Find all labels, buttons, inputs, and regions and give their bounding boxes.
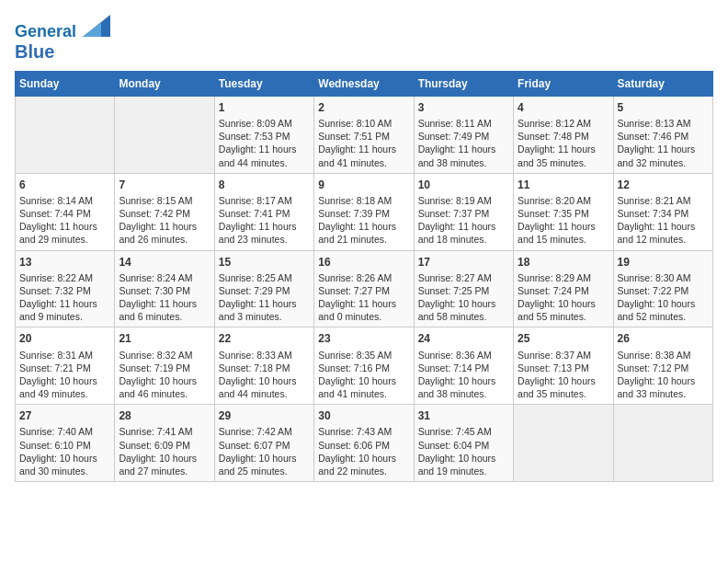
day-info: Daylight: 11 hours and 6 minutes.: [119, 297, 210, 323]
week-row: 20Sunrise: 8:31 AMSunset: 7:21 PMDayligh…: [16, 327, 713, 405]
day-info: Sunset: 7:34 PM: [618, 207, 709, 220]
calendar-cell: 10Sunrise: 8:19 AMSunset: 7:37 PMDayligh…: [414, 173, 513, 250]
day-info: Daylight: 11 hours and 23 minutes.: [219, 220, 310, 246]
calendar-cell: 14Sunrise: 8:24 AMSunset: 7:30 PMDayligh…: [115, 250, 214, 327]
calendar-cell: 17Sunrise: 8:27 AMSunset: 7:25 PMDayligh…: [414, 250, 513, 327]
calendar-cell: 16Sunrise: 8:26 AMSunset: 7:27 PMDayligh…: [314, 250, 414, 327]
day-number: 4: [518, 100, 609, 115]
day-info: Sunset: 7:13 PM: [518, 362, 609, 374]
calendar-cell: 24Sunrise: 8:36 AMSunset: 7:14 PMDayligh…: [414, 327, 513, 405]
calendar-cell: 23Sunrise: 8:35 AMSunset: 7:16 PMDayligh…: [314, 327, 414, 405]
calendar-cell: 1Sunrise: 8:09 AMSunset: 7:53 PMDaylight…: [214, 96, 313, 173]
calendar-cell: 20Sunrise: 8:31 AMSunset: 7:21 PMDayligh…: [16, 327, 115, 405]
day-info: Sunrise: 8:20 AM: [518, 194, 609, 207]
day-number: 31: [418, 408, 509, 423]
day-info: Daylight: 10 hours and 35 minutes.: [518, 374, 609, 400]
calendar-cell: [115, 96, 214, 173]
day-info: Sunset: 7:30 PM: [119, 284, 210, 297]
day-info: Daylight: 10 hours and 25 minutes.: [219, 452, 310, 477]
day-info: Daylight: 11 hours and 32 minutes.: [618, 143, 709, 168]
calendar-cell: 2Sunrise: 8:10 AMSunset: 7:51 PMDaylight…: [314, 96, 414, 173]
day-info: Sunrise: 8:14 AM: [19, 194, 110, 207]
day-info: Sunrise: 8:25 AM: [219, 271, 310, 284]
calendar-cell: 7Sunrise: 8:15 AMSunset: 7:42 PMDaylight…: [115, 173, 214, 250]
day-info: Daylight: 11 hours and 35 minutes.: [518, 143, 609, 168]
day-number: 16: [318, 255, 409, 270]
day-number: 26: [618, 331, 709, 346]
week-row: 1Sunrise: 8:09 AMSunset: 7:53 PMDaylight…: [16, 96, 713, 173]
day-number: 29: [219, 408, 310, 423]
calendar-cell: 18Sunrise: 8:29 AMSunset: 7:24 PMDayligh…: [514, 250, 613, 327]
day-info: Daylight: 11 hours and 26 minutes.: [119, 220, 210, 246]
day-info: Sunrise: 8:30 AM: [618, 271, 709, 284]
day-number: 28: [119, 408, 210, 423]
day-info: Sunrise: 8:21 AM: [618, 194, 709, 207]
week-row: 13Sunrise: 8:22 AMSunset: 7:32 PMDayligh…: [16, 250, 713, 327]
calendar-cell: 9Sunrise: 8:18 AMSunset: 7:39 PMDaylight…: [314, 173, 414, 250]
day-info: Sunset: 7:19 PM: [119, 362, 210, 374]
calendar-cell: 19Sunrise: 8:30 AMSunset: 7:22 PMDayligh…: [613, 250, 712, 327]
day-info: Daylight: 10 hours and 19 minutes.: [418, 452, 509, 477]
day-info: Sunset: 7:49 PM: [418, 130, 509, 143]
day-info: Sunset: 7:16 PM: [318, 362, 409, 374]
day-info: Sunset: 6:10 PM: [19, 439, 110, 452]
day-number: 11: [518, 178, 609, 192]
day-info: Sunrise: 8:33 AM: [219, 349, 310, 362]
day-info: Daylight: 10 hours and 55 minutes.: [518, 297, 609, 323]
logo: General Blue: [15, 15, 110, 62]
calendar-cell: [613, 405, 712, 482]
day-info: Sunset: 7:37 PM: [418, 207, 509, 220]
day-info: Sunrise: 8:38 AM: [618, 349, 709, 362]
day-header-wednesday: Wednesday: [314, 71, 414, 96]
day-info: Sunset: 7:12 PM: [618, 362, 709, 374]
day-number: 2: [318, 100, 409, 115]
day-header-thursday: Thursday: [414, 71, 513, 96]
day-info: Sunrise: 8:35 AM: [318, 349, 409, 362]
calendar-cell: [16, 96, 115, 173]
day-number: 1: [219, 100, 310, 115]
calendar-cell: 3Sunrise: 8:11 AMSunset: 7:49 PMDaylight…: [414, 96, 513, 173]
day-info: Daylight: 11 hours and 38 minutes.: [418, 143, 509, 168]
day-info: Sunset: 7:22 PM: [618, 284, 709, 297]
day-info: Sunrise: 7:42 AM: [219, 425, 310, 438]
day-info: Sunset: 7:48 PM: [518, 130, 609, 143]
day-info: Daylight: 10 hours and 41 minutes.: [318, 374, 409, 400]
calendar-cell: [514, 405, 613, 482]
day-info: Sunrise: 8:17 AM: [219, 194, 310, 207]
day-number: 9: [318, 178, 409, 192]
svg-marker-1: [83, 22, 101, 37]
day-info: Daylight: 11 hours and 15 minutes.: [518, 220, 609, 246]
day-info: Sunset: 7:27 PM: [318, 284, 409, 297]
day-number: 21: [119, 331, 210, 346]
day-info: Sunrise: 8:36 AM: [418, 349, 509, 362]
day-info: Sunset: 7:41 PM: [219, 207, 310, 220]
day-info: Daylight: 11 hours and 0 minutes.: [318, 297, 409, 323]
calendar-cell: 13Sunrise: 8:22 AMSunset: 7:32 PMDayligh…: [16, 250, 115, 327]
day-info: Sunrise: 7:45 AM: [418, 425, 509, 438]
day-info: Daylight: 10 hours and 44 minutes.: [219, 374, 310, 400]
day-number: 20: [19, 331, 110, 346]
day-number: 10: [418, 178, 509, 192]
day-info: Sunrise: 8:15 AM: [119, 194, 210, 207]
day-info: Sunset: 7:44 PM: [19, 207, 110, 220]
day-info: Sunset: 7:42 PM: [119, 207, 210, 220]
calendar-cell: 26Sunrise: 8:38 AMSunset: 7:12 PMDayligh…: [613, 327, 712, 405]
day-info: Sunrise: 8:11 AM: [418, 117, 509, 130]
calendar-cell: 31Sunrise: 7:45 AMSunset: 6:04 PMDayligh…: [414, 405, 513, 482]
day-number: 15: [219, 255, 310, 270]
day-info: Daylight: 10 hours and 30 minutes.: [19, 452, 110, 477]
logo-general: General: [15, 22, 76, 40]
day-info: Sunset: 6:04 PM: [418, 439, 509, 452]
day-info: Daylight: 11 hours and 41 minutes.: [318, 143, 409, 168]
day-info: Sunrise: 8:13 AM: [618, 117, 709, 130]
day-info: Daylight: 10 hours and 58 minutes.: [418, 297, 509, 323]
day-info: Sunset: 7:14 PM: [418, 362, 509, 374]
day-number: 3: [418, 100, 509, 115]
day-header-monday: Monday: [115, 71, 214, 96]
day-info: Sunset: 7:21 PM: [19, 362, 110, 374]
day-info: Daylight: 10 hours and 33 minutes.: [618, 374, 709, 400]
day-info: Sunrise: 8:19 AM: [418, 194, 509, 207]
day-info: Sunrise: 8:37 AM: [518, 349, 609, 362]
week-row: 6Sunrise: 8:14 AMSunset: 7:44 PMDaylight…: [16, 173, 713, 250]
day-number: 12: [618, 178, 709, 192]
